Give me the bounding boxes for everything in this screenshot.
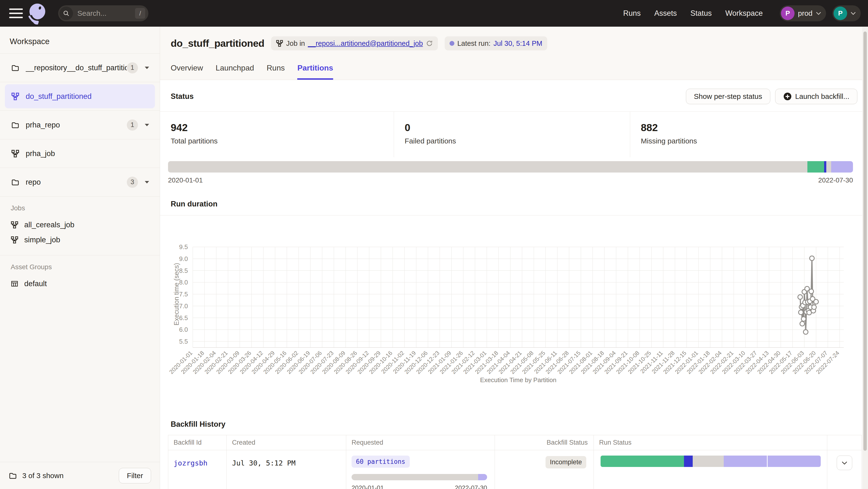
run-duration-chart: 9.59.08.58.07.57.06.56.05.52020-01-01202…: [160, 216, 868, 388]
partition-segment-in_progress: [684, 456, 693, 467]
col-created: Created: [227, 435, 346, 450]
sidebar-item--repository-do-stuff-partitio-[interactable]: __repository__do_stuff_partitio...1: [0, 54, 160, 82]
svg-text:8.0: 8.0: [179, 279, 188, 286]
sidebar-item-label: repo: [26, 178, 127, 187]
tab-overview[interactable]: Overview: [171, 64, 203, 80]
execution-time-chart: 9.59.08.58.07.57.06.56.05.52020-01-01202…: [160, 216, 862, 388]
chevron-down-icon: [842, 461, 847, 465]
search-icon: [59, 6, 73, 20]
page-scrollbar[interactable]: [862, 27, 868, 489]
partition-segment-missing: [826, 161, 831, 172]
backfill-history-heading: Backfill History: [160, 420, 868, 435]
col-requested: Requested: [346, 435, 495, 450]
requested-start-date: 2020-01-01: [351, 484, 384, 489]
filter-button[interactable]: Filter: [119, 468, 151, 483]
job-icon: [11, 150, 20, 158]
sidebar-item-prha-job[interactable]: prha_job: [0, 139, 160, 168]
sidebar-item-repo[interactable]: repo3: [0, 168, 160, 197]
partition-segment-in_progress: [824, 161, 826, 172]
latest-run-link[interactable]: Jul 30, 5:14 PM: [493, 39, 542, 47]
sidebar-job-all-cereals-job[interactable]: all_cereals_job: [11, 217, 149, 232]
requested-end-date: 2022-07-30: [455, 484, 487, 489]
nav-status[interactable]: Status: [690, 9, 712, 18]
expand-caret-icon[interactable]: [145, 124, 149, 126]
svg-text:6.0: 6.0: [179, 326, 188, 333]
sidebar-footer: 3 of 3 shown Filter: [0, 462, 160, 489]
dagster-logo[interactable]: [27, 2, 49, 25]
folder-icon: [11, 178, 20, 186]
job-icon: [11, 236, 19, 244]
expand-caret-icon[interactable]: [145, 67, 149, 69]
sidebar-title: Workspace: [0, 27, 160, 53]
user-avatar: P: [834, 6, 847, 20]
partition-segment-queued: [767, 456, 821, 467]
folder-icon: [11, 121, 20, 129]
nav-workspace[interactable]: Workspace: [725, 9, 763, 18]
hamburger-menu-icon[interactable]: [9, 8, 23, 18]
tab-partitions[interactable]: Partitions: [297, 64, 333, 80]
asset-groups-section: Asset Groups default: [0, 255, 160, 294]
repos-shown-count: 3 of 3 shown: [22, 471, 119, 480]
latest-run-tag: Latest run: Jul 30, 5:14 PM: [445, 36, 547, 51]
page-header: do_stuff_partitioned Job in __reposi...a…: [160, 27, 868, 80]
requested-partitions-link[interactable]: 60 partitions: [346, 460, 410, 464]
top-navigation-bar: Search... / Runs Assets Status Workspace…: [0, 0, 868, 27]
nav-assets[interactable]: Assets: [654, 9, 677, 18]
sidebar-item-label: __repository__do_stuff_partitio...: [26, 64, 127, 72]
col-backfill-status: Backfill Status: [495, 435, 594, 450]
plus-circle-icon: [783, 92, 792, 101]
job-repo-link[interactable]: __reposi...artitioned@partitioned_job: [308, 39, 423, 47]
job-icon: [11, 221, 19, 229]
sidebar-item-do-stuff-partitioned[interactable]: do_stuff_partitioned: [0, 82, 160, 111]
stat-failed-partitions: 0 Failed partitions: [394, 112, 630, 157]
search-placeholder: Search...: [78, 9, 106, 18]
svg-text:7.5: 7.5: [179, 291, 188, 298]
expand-caret-icon[interactable]: [145, 181, 149, 184]
deployment-switcher[interactable]: P prod: [780, 5, 826, 21]
sidebar-asset-group-default[interactable]: default: [11, 276, 149, 291]
workspace-item-list: __repository__do_stuff_partitio...1do_st…: [0, 53, 160, 197]
job-count-badge: 1: [127, 120, 138, 131]
status-bar-end-date: 2022-07-30: [818, 176, 853, 184]
sidebar-item-label: simple_job: [24, 235, 60, 244]
table-row: jozrgsbh Jul 30, 5:12 PM 60 partitions 2…: [168, 450, 862, 489]
grid-icon: [11, 280, 19, 288]
run-duration-heading: Run duration: [160, 200, 868, 216]
backfill-id-link[interactable]: jozrgsbh: [174, 459, 208, 467]
chevron-down-icon: [816, 12, 821, 15]
job-repo-tag: Job in __reposi...artitioned@partitioned…: [271, 36, 438, 51]
tab-runs[interactable]: Runs: [267, 64, 285, 80]
show-per-step-status-button[interactable]: Show per-step status: [686, 89, 770, 104]
col-backfill-id: Backfill Id: [168, 435, 227, 450]
partition-segment-queued: [478, 474, 487, 480]
sidebar-item-prha-repo[interactable]: prha_repo1: [0, 111, 160, 139]
scrollbar-thumb[interactable]: [863, 32, 867, 451]
run-status-bar[interactable]: [600, 456, 821, 467]
stat-total-partitions: 942 Total partitions: [160, 112, 394, 157]
folder-icon: [11, 64, 20, 72]
partition-status-bar[interactable]: 2020-01-01 2022-07-30: [168, 161, 853, 184]
search-shortcut-key: /: [135, 8, 145, 19]
sidebar-item-label: all_cereals_job: [24, 221, 74, 229]
partition-segment-success: [600, 456, 684, 467]
job-icon: [11, 92, 20, 101]
backfill-created: Jul 30, 5:12 PM: [232, 459, 296, 467]
svg-text:5.5: 5.5: [179, 338, 188, 345]
job-icon: [276, 40, 283, 47]
run-status-dot-icon: [450, 41, 454, 46]
deployment-label: prod: [798, 9, 812, 18]
tab-bar: Overview Launchpad Runs Partitions: [171, 64, 857, 80]
refresh-icon[interactable]: [426, 40, 433, 47]
row-expand-button[interactable]: [837, 456, 852, 470]
tab-launchpad[interactable]: Launchpad: [216, 64, 254, 80]
nav-runs[interactable]: Runs: [623, 9, 641, 18]
sidebar-job-simple-job[interactable]: simple_job: [11, 232, 149, 248]
stat-missing-partitions: 882 Missing partitions: [630, 112, 868, 157]
main-content: do_stuff_partitioned Job in __reposi...a…: [160, 27, 868, 489]
user-menu[interactable]: P: [832, 5, 861, 21]
job-count-badge: 1: [127, 62, 138, 73]
svg-text:7.0: 7.0: [179, 302, 188, 310]
jobs-section: Jobs all_cereals_jobsimple_job: [0, 197, 160, 250]
search-input[interactable]: Search... /: [58, 5, 148, 21]
launch-backfill-button[interactable]: Launch backfill...: [775, 89, 857, 104]
